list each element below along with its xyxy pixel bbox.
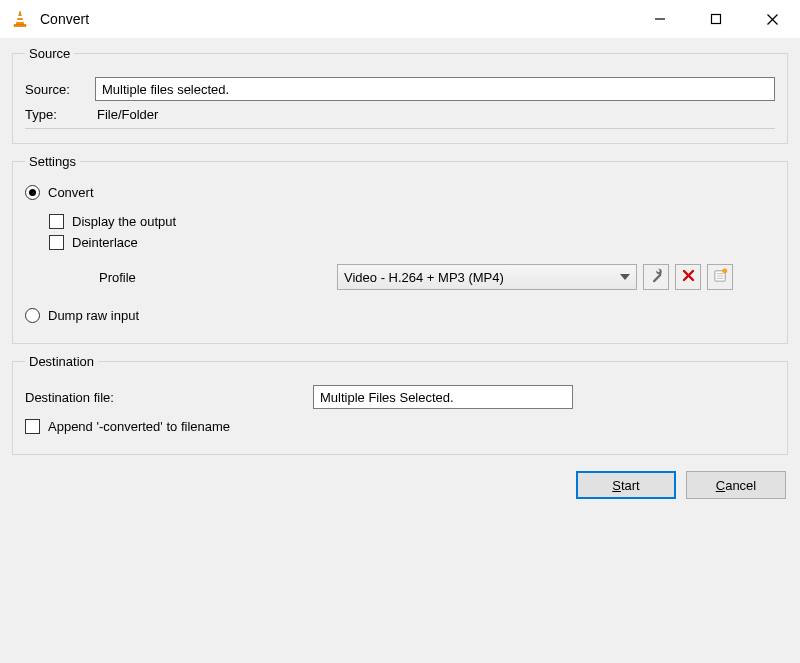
svg-rect-1 [18,16,23,18]
profile-combobox[interactable]: Video - H.264 + MP3 (MP4) [337,264,637,290]
type-value: File/Folder [95,107,158,122]
append-converted-checkbox[interactable]: Append '-converted' to filename [25,419,775,434]
checkbox-icon [49,214,64,229]
display-output-checkbox[interactable]: Display the output [49,214,775,229]
convert-radio[interactable]: Convert [25,185,775,200]
wrench-icon [649,268,664,286]
source-label: Source: [25,82,95,97]
checkbox-icon [49,235,64,250]
minimize-button[interactable] [632,0,688,38]
cancel-button[interactable]: Cancel [686,471,786,499]
edit-profile-button[interactable] [643,264,669,290]
destination-legend: Destination [25,354,98,369]
type-label: Type: [25,107,95,122]
dump-radio[interactable]: Dump raw input [25,308,775,323]
destination-file-input[interactable] [313,385,573,409]
source-input[interactable] [95,77,775,101]
close-button[interactable] [744,0,800,38]
source-legend: Source [25,46,74,61]
source-group: Source Source: Type: File/Folder [12,46,788,144]
radio-icon [25,308,40,323]
radio-icon [25,185,40,200]
start-button-label: Start [612,478,639,493]
profile-label: Profile [49,270,337,285]
settings-group: Settings Convert Display the output Dein… [12,154,788,344]
convert-radio-label: Convert [48,185,94,200]
destination-group: Destination Destination file: Append '-c… [12,354,788,455]
start-button[interactable]: Start [576,471,676,499]
source-divider [25,128,775,129]
new-profile-button[interactable] [707,264,733,290]
dump-radio-label: Dump raw input [48,308,139,323]
deinterlace-label: Deinterlace [72,235,138,250]
window-title: Convert [40,11,89,27]
settings-legend: Settings [25,154,80,169]
dialog-body: Source Source: Type: File/Folder Setting… [0,38,800,455]
display-output-label: Display the output [72,214,176,229]
vlc-cone-icon [10,9,30,29]
dialog-footer: Start Cancel [0,465,800,513]
append-converted-label: Append '-converted' to filename [48,419,230,434]
delete-icon [682,269,695,285]
svg-rect-2 [17,20,23,22]
svg-rect-5 [712,15,721,24]
delete-profile-button[interactable] [675,264,701,290]
chevron-down-icon [620,274,630,280]
maximize-button[interactable] [688,0,744,38]
titlebar: Convert [0,0,800,38]
svg-rect-3 [14,25,26,27]
cancel-button-label: Cancel [716,478,756,493]
profile-value: Video - H.264 + MP3 (MP4) [344,270,620,285]
destination-file-label: Destination file: [25,390,313,405]
checkbox-icon [25,419,40,434]
deinterlace-checkbox[interactable]: Deinterlace [49,235,775,250]
new-profile-icon [713,268,728,286]
